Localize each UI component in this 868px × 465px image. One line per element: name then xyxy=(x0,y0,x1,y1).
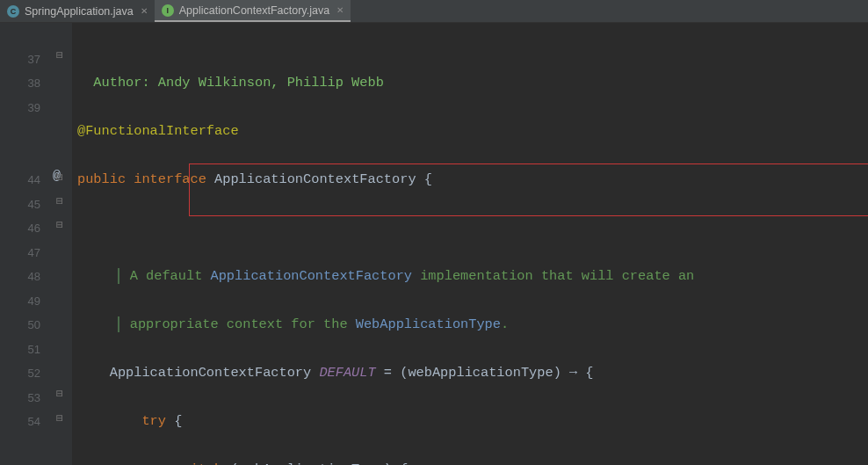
code-line: public interface ApplicationContextFacto… xyxy=(77,168,868,193)
tab-label: SpringApplication.java xyxy=(25,5,134,18)
fold-end-icon[interactable]: ⊟ xyxy=(56,411,63,425)
annotation-gutter: @ ⊟ ⊟ ⊟ ⊟ ⊟ ⊟ xyxy=(53,23,72,465)
tab-spring-application[interactable]: C SpringApplication.java ✕ xyxy=(0,0,155,22)
code-line: switch (webApplicationType) { xyxy=(77,458,868,465)
fold-icon[interactable]: ⊟ xyxy=(56,48,63,62)
close-icon[interactable]: ✕ xyxy=(141,6,148,16)
code-line: appropriate context for the WebApplicati… xyxy=(77,313,868,338)
line-gutter: 37 38 39 44 45 46 47 48 49 50 51 52 53 5… xyxy=(0,23,53,465)
tab-application-context-factory[interactable]: I ApplicationContextFactory.java ✕ xyxy=(155,0,351,22)
class-icon: C xyxy=(7,5,19,18)
code-line: try { xyxy=(77,410,868,434)
interface-icon: I xyxy=(162,4,174,17)
code-area[interactable]: Author: Andy Wilkinson, Phillip Webb @Fu… xyxy=(72,23,868,465)
fold-end-icon[interactable]: ⊟ xyxy=(56,387,63,401)
close-icon[interactable]: ✕ xyxy=(336,5,344,15)
fold-icon[interactable]: ⊟ xyxy=(56,171,63,185)
code-line: A default ApplicationContextFactory impl… xyxy=(77,265,868,289)
fold-icon[interactable]: ⊟ xyxy=(56,194,63,208)
code-editor[interactable]: 37 38 39 44 45 46 47 48 49 50 51 52 53 5… xyxy=(0,23,868,465)
fold-icon[interactable]: ⊟ xyxy=(56,218,63,232)
editor-tabs: C SpringApplication.java ✕ I Application… xyxy=(0,0,868,23)
code-line: @FunctionalInterface xyxy=(77,120,868,144)
code-line xyxy=(77,216,868,241)
tab-label: ApplicationContextFactory.java xyxy=(179,4,329,17)
code-line: Author: Andy Wilkinson, Phillip Webb xyxy=(77,71,868,96)
code-line: ApplicationContextFactory DEFAULT = (web… xyxy=(77,361,868,386)
